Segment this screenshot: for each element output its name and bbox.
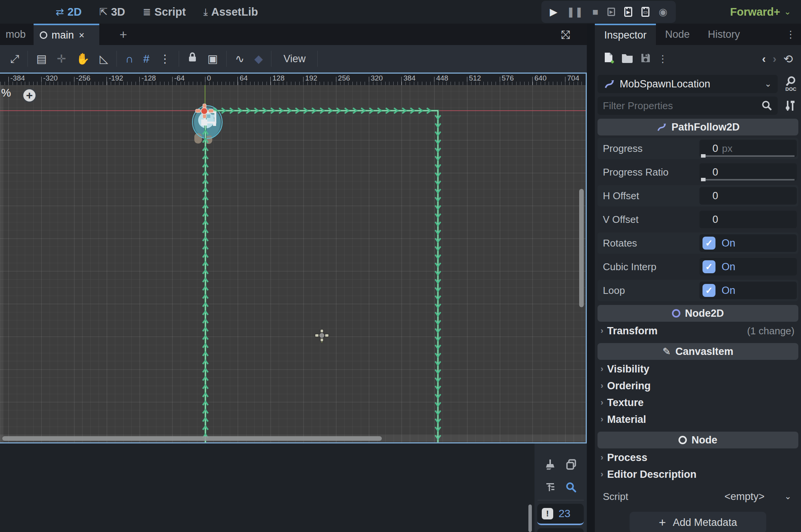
grid-snap-icon[interactable]: #	[138, 45, 154, 73]
lock-icon[interactable]	[182, 45, 202, 73]
close-icon[interactable]: ×	[79, 30, 85, 41]
selected-node-dropdown[interactable]: MobSpawnLocation ⌄	[598, 75, 778, 93]
select-tool-icon[interactable]: ▤	[31, 45, 52, 73]
pathfollow2d-icon	[604, 78, 615, 90]
stop-button[interactable]: ■	[593, 7, 599, 17]
play-remote-debug-icon[interactable]: ▶	[607, 8, 615, 16]
tab-inspector[interactable]: Inspector	[595, 24, 656, 45]
expand-viewport-icon[interactable]: ⤢ ⤢	[561, 28, 574, 41]
godot-editor: ⇄ 2D ⇱ 3D ≣ Script ⤓ AssetLib ▶ ❚❚ ■ ▶ ▶…	[0, 0, 801, 532]
pause-button[interactable]: ❚❚	[567, 7, 583, 17]
vertical-scrollbar[interactable]	[579, 189, 584, 307]
bone-icon[interactable]: ∿	[230, 45, 249, 73]
workspace-tab-assetlib[interactable]: ⤓ AssetLib	[197, 0, 264, 24]
chevron-right-icon: ›	[601, 414, 603, 424]
inspector-menu-icon[interactable]: ⋮	[786, 24, 796, 45]
slider-handle[interactable]	[701, 154, 706, 158]
h-offset-input[interactable]: 0	[699, 187, 797, 205]
workspace-tab-2d[interactable]: ⇄ 2D	[50, 0, 88, 24]
selected-node-name: MobSpawnLocation	[620, 78, 760, 90]
position-gizmo-icon[interactable]	[315, 329, 329, 342]
rotate-tool-icon[interactable]: ◺	[95, 45, 113, 73]
scene-tab-mob[interactable]: mob	[0, 24, 31, 45]
movie-maker-icon[interactable]: ◉	[659, 7, 667, 17]
ruler-tick-label: 0	[207, 74, 211, 82]
open-docs-icon[interactable]: DOC	[782, 76, 798, 92]
play-scene-button[interactable]: ▶	[624, 7, 632, 17]
class-header-canvasitem[interactable]: ✎ CanvasItem	[598, 343, 798, 360]
add-metadata-button[interactable]: + Add Metadata	[630, 512, 766, 532]
workspace-tab-3d[interactable]: ⇱ 3D	[93, 0, 131, 24]
horizontal-scrollbar[interactable]	[2, 436, 382, 441]
group-editor-description[interactable]: › Editor Description	[598, 466, 798, 483]
play-button[interactable]: ▶	[550, 7, 557, 17]
canvas-area[interactable]: % +	[0, 85, 586, 442]
class-header-pathfollow2d[interactable]: PathFollow2D	[598, 119, 798, 135]
warnings-tab-badge[interactable]	[537, 528, 584, 532]
class-header-node2d[interactable]: Node2D	[598, 305, 798, 322]
tab-history[interactable]: History	[708, 24, 740, 45]
v-offset-input[interactable]: 0	[699, 211, 797, 228]
history-back-icon[interactable]: ‹	[762, 52, 766, 65]
smart-snap-icon[interactable]: ∩	[120, 45, 138, 73]
load-resource-folder-icon[interactable]	[621, 53, 633, 65]
copy-output-icon[interactable]	[565, 458, 577, 471]
checkbox-state-label: On	[722, 261, 735, 273]
ruler-tick-label: 448	[436, 74, 448, 82]
search-output-icon[interactable]	[565, 481, 577, 493]
loop-checkbox[interactable]: ✓ On	[699, 282, 797, 299]
output-scrollbar[interactable]	[528, 505, 532, 532]
cubic-interp-checkbox[interactable]: ✓ On	[699, 258, 797, 276]
view-menu-button[interactable]: View	[275, 53, 314, 65]
rotates-checkbox[interactable]: ✓ On	[699, 234, 797, 252]
group-transform[interactable]: › Transform (1 change)	[598, 322, 798, 339]
property-row-rotates: Rotates ✓ On	[598, 232, 798, 254]
group-ordering[interactable]: › Ordering	[598, 377, 798, 394]
script-value[interactable]: <empty>	[725, 491, 765, 503]
new-scene-tab-button[interactable]: +	[115, 24, 132, 45]
class-header-node[interactable]: Node	[598, 432, 798, 448]
resource-options-icon[interactable]: ⋮	[658, 53, 668, 65]
checkbox-state-label: On	[722, 285, 735, 297]
progress-input[interactable]: 0 px	[699, 140, 797, 157]
chevron-down-icon[interactable]: ⌄	[785, 492, 791, 501]
horizontal-ruler: -384-320-256-192-128-6406412819225632038…	[0, 74, 586, 85]
snap-options-icon[interactable]: ⋮	[154, 45, 175, 73]
property-tools-icon[interactable]	[782, 97, 798, 114]
group-icon[interactable]: ▣	[202, 45, 223, 73]
save-icon[interactable]	[640, 53, 651, 65]
move-tool-icon[interactable]: ✛	[52, 45, 71, 73]
clear-output-icon[interactable]	[544, 458, 556, 471]
slider-track[interactable]	[701, 179, 795, 181]
scroll-to-top-icon[interactable]	[544, 481, 556, 493]
tab-node[interactable]: Node	[665, 24, 690, 45]
pan-tool-icon[interactable]: ✋	[71, 45, 95, 73]
slider-track[interactable]	[701, 155, 795, 157]
skeleton-options-icon[interactable]: ◆	[249, 45, 268, 73]
group-process[interactable]: › Process	[598, 449, 798, 466]
play-custom-scene-button[interactable]: ▭	[641, 7, 649, 17]
group-visibility[interactable]: › Visibility	[598, 361, 798, 377]
2d-workspace-icon: ⇄	[56, 6, 64, 18]
zoom-in-button[interactable]: +	[22, 88, 37, 103]
slider-handle[interactable]	[701, 178, 706, 181]
progress-ratio-input[interactable]: 0	[699, 163, 797, 181]
inspector-panel: Inspector Node History ⋮ ⋮ ‹ › ⟲	[595, 24, 801, 532]
renderer-selector[interactable]: Forward+ ⌄	[730, 0, 791, 24]
ruler-tick-label: 64	[240, 74, 248, 82]
group-note: (1 change)	[747, 325, 795, 337]
scene-tab-main[interactable]: main ×	[34, 24, 99, 45]
workspace-tab-script[interactable]: ≣ Script	[137, 0, 192, 24]
filter-properties-input[interactable]: Filter Properties	[598, 97, 778, 115]
group-material[interactable]: › Material	[598, 411, 798, 428]
history-clock-icon[interactable]: ⟲	[783, 52, 793, 66]
history-forward-icon[interactable]: ›	[773, 52, 777, 65]
node2d-icon	[672, 309, 680, 318]
errors-tab-badge[interactable]: ! 23	[537, 504, 584, 525]
group-texture[interactable]: › Texture	[598, 394, 798, 411]
class-title: Node	[691, 434, 717, 446]
checkbox-checked-icon: ✓	[702, 237, 715, 250]
scale-tool-icon[interactable]: ⤢	[5, 45, 24, 73]
new-resource-icon[interactable]	[603, 52, 614, 66]
ruler-tick-label: 640	[535, 74, 547, 82]
